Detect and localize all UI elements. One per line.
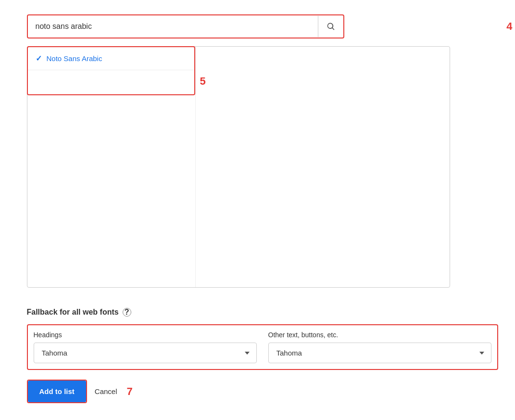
headings-label: Headings bbox=[34, 331, 257, 339]
font-list-outline: ✓ Noto Sans Arabic bbox=[27, 46, 195, 95]
font-list-section: ✓ Noto Sans Arabic 5 bbox=[27, 46, 489, 296]
add-to-list-button[interactable]: Add to list bbox=[28, 381, 86, 402]
font-item-noto-sans-arabic[interactable]: ✓ Noto Sans Arabic bbox=[28, 47, 194, 70]
step-4-label: 4 bbox=[506, 20, 512, 33]
cancel-button[interactable]: Cancel bbox=[95, 383, 117, 399]
add-to-list-outline: Add to list bbox=[27, 380, 87, 403]
step-7-label: 7 bbox=[127, 385, 133, 398]
fallback-section: Fallback for all web fonts ? Headings Ta… bbox=[27, 308, 489, 370]
search-outline bbox=[27, 14, 344, 38]
other-label: Other text, buttons, etc. bbox=[268, 331, 491, 339]
font-item-empty bbox=[28, 70, 194, 94]
other-dropdown-group: Other text, buttons, etc. Tahoma Arial V… bbox=[268, 331, 491, 363]
fallback-title-text: Fallback for all web fonts bbox=[27, 308, 119, 317]
font-item-label: Noto Sans Arabic bbox=[47, 54, 102, 63]
search-section: 4 bbox=[27, 14, 489, 38]
search-icon bbox=[326, 22, 336, 31]
fallback-title: Fallback for all web fonts ? bbox=[27, 308, 489, 317]
other-select[interactable]: Tahoma Arial Verdana Georgia Times New R… bbox=[268, 343, 491, 363]
checkmark-icon: ✓ bbox=[36, 54, 42, 63]
dropdown-gap bbox=[257, 331, 268, 363]
headings-dropdown-group: Headings Tahoma Arial Verdana Georgia Ti… bbox=[34, 331, 257, 363]
font-list-right bbox=[196, 47, 450, 287]
fallback-dropdowns: Headings Tahoma Arial Verdana Georgia Ti… bbox=[27, 324, 498, 370]
action-section: Add to list Cancel 7 bbox=[27, 380, 489, 403]
search-button[interactable] bbox=[318, 16, 343, 37]
headings-select[interactable]: Tahoma Arial Verdana Georgia Times New R… bbox=[34, 343, 257, 363]
help-icon[interactable]: ? bbox=[123, 308, 131, 317]
step-5-label: 5 bbox=[200, 75, 206, 88]
page-wrapper: 4 ✓ Noto Sans Arabic 5 Fallback for all … bbox=[22, 10, 493, 408]
search-input[interactable] bbox=[28, 15, 318, 38]
